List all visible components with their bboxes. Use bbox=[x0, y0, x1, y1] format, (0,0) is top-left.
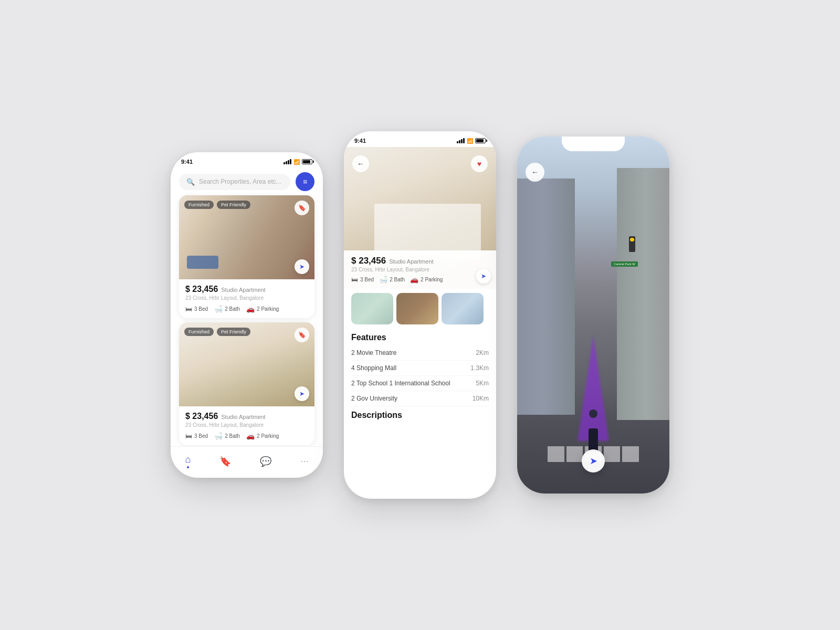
bed-label-2: 3 Bed bbox=[194, 433, 208, 439]
chat-nav-icon: 💬 bbox=[260, 456, 271, 467]
bookmark-nav-icon: 🔖 bbox=[219, 456, 231, 467]
detail-bed-label: 3 Bed bbox=[360, 277, 374, 282]
feature-dist-0: 2Km bbox=[476, 349, 489, 356]
street-background: Central Park W bbox=[517, 136, 669, 494]
navigate-icon-2: ➤ bbox=[299, 390, 304, 397]
bottom-nav: ⌂ 🔖 💬 ··· bbox=[171, 446, 323, 478]
feature-name-1: 4 Shopping Mall bbox=[351, 364, 396, 372]
detail-price-row: $ 23,456 Studio Apartment 23 Cross, Hrbr… bbox=[351, 256, 489, 272]
detail-amenity-bath: 🛁 2 Bath bbox=[379, 276, 405, 284]
thumb-1[interactable] bbox=[351, 293, 393, 324]
feature-name-0: 2 Movie Theatre bbox=[351, 349, 397, 356]
thumb-2[interactable] bbox=[396, 293, 438, 324]
detail-navigate-icon: ➤ bbox=[481, 272, 486, 280]
detail-car-icon: 🚗 bbox=[410, 276, 418, 284]
crosswalk-line bbox=[548, 446, 564, 462]
wifi-icon-2: 📶 bbox=[467, 138, 473, 144]
detail-amenity-bed: 🛏 3 Bed bbox=[351, 276, 374, 284]
person-silhouette bbox=[583, 410, 604, 452]
wifi-icon-1: 📶 bbox=[293, 159, 300, 165]
feature-item-0: 2 Movie Theatre 2Km bbox=[351, 345, 489, 361]
feature-dist-3: 10Km bbox=[472, 395, 489, 402]
card-tags-2: Furnished Pet Friendly bbox=[184, 328, 250, 336]
home-nav-icon: ⌂ bbox=[185, 454, 191, 465]
property-card-1[interactable]: Furnished Pet Friendly 🔖 ➤ $ 23,456 Stud… bbox=[179, 195, 314, 318]
navigate-icon-1: ➤ bbox=[299, 263, 304, 270]
filter-icon: ≡ bbox=[303, 177, 307, 186]
price-amount-2: $ 23,456 bbox=[185, 412, 218, 421]
building-left bbox=[517, 178, 575, 415]
nav-item-more[interactable]: ··· bbox=[300, 456, 308, 467]
card-image-1: Furnished Pet Friendly 🔖 ➤ bbox=[179, 195, 314, 279]
battery-icon-2 bbox=[475, 138, 486, 143]
detail-bath-icon: 🛁 bbox=[379, 276, 387, 284]
bath-icon-2: 🛁 bbox=[214, 432, 223, 440]
card-info-1: $ 23,456 Studio Apartment 23 Cross, Hrbr… bbox=[179, 279, 314, 318]
card-price-1: $ 23,456 Studio Apartment bbox=[185, 285, 308, 294]
amenity-bed-1: 🛏 3 Bed bbox=[185, 305, 208, 313]
nav-item-bookmark[interactable]: 🔖 bbox=[219, 456, 231, 467]
bookmark-icon-1: 🔖 bbox=[298, 204, 306, 212]
feature-item-1: 4 Shopping Mall 1.3Km bbox=[351, 361, 489, 376]
thumb-3[interactable] bbox=[442, 293, 484, 324]
feature-item-2: 2 Top School 1 International School 5Km bbox=[351, 376, 489, 391]
card-address-2: 23 Cross, Hrbr Layout, Bangalore bbox=[185, 422, 308, 428]
bookmark-button-2[interactable]: 🔖 bbox=[295, 328, 309, 342]
feature-dist-2: 5Km bbox=[476, 380, 489, 387]
phone-3: Central Park W bbox=[517, 136, 669, 494]
thumb-image-2 bbox=[396, 293, 438, 324]
search-icon: 🔍 bbox=[186, 178, 195, 186]
detail-navigate-btn[interactable]: ➤ bbox=[476, 269, 491, 284]
bookmark-icon-2: 🔖 bbox=[298, 331, 306, 339]
filter-button[interactable]: ≡ bbox=[296, 172, 314, 191]
bookmark-button-1[interactable]: 🔖 bbox=[295, 201, 309, 215]
card-info-2: $ 23,456 Studio Apartment 23 Cross, Hrbr… bbox=[179, 406, 314, 445]
battery-icon-1 bbox=[302, 159, 312, 164]
tag-pet-1: Pet Friendly bbox=[217, 201, 250, 209]
person-head bbox=[589, 410, 597, 418]
nav-item-home[interactable]: ⌂ bbox=[185, 454, 191, 468]
descriptions-title: Descriptions bbox=[344, 406, 496, 423]
ar-navigate-button[interactable]: ➤ bbox=[582, 449, 605, 472]
search-input-wrap[interactable]: 🔍 Search Properties, Area etc... bbox=[179, 174, 290, 190]
feature-name-3: 2 Gov University bbox=[351, 395, 397, 402]
price-type-2: Studio Apartment bbox=[221, 414, 265, 420]
navigate-button-2[interactable]: ➤ bbox=[295, 386, 309, 401]
tag-pet-2: Pet Friendly bbox=[217, 328, 250, 336]
ar-back-button[interactable]: ← bbox=[526, 163, 544, 182]
feature-name-2: 2 Top School 1 International School bbox=[351, 380, 450, 387]
detail-price-overlay: $ 23,456 Studio Apartment 23 Cross, Hrbr… bbox=[344, 250, 496, 289]
price-amount-1: $ 23,456 bbox=[185, 285, 218, 294]
property-card-2[interactable]: Furnished Pet Friendly 🔖 ➤ $ 23,456 Stud… bbox=[179, 322, 314, 445]
detail-bath-label: 2 Bath bbox=[390, 277, 405, 282]
bed-icon-2: 🛏 bbox=[185, 432, 192, 440]
card-amenities-1: 🛏 3 Bed 🛁 2 Bath 🚗 2 Parking bbox=[185, 305, 308, 313]
amenity-bed-2: 🛏 3 Bed bbox=[185, 432, 208, 440]
back-icon: ← bbox=[357, 160, 364, 168]
notch-3 bbox=[562, 136, 625, 151]
bed-icon-1: 🛏 bbox=[185, 305, 192, 313]
navigate-button-1[interactable]: ➤ bbox=[295, 259, 309, 274]
car-icon-2: 🚗 bbox=[246, 432, 255, 440]
amenity-bath-1: 🛁 2 Bath bbox=[214, 305, 240, 313]
detail-amenity-parking: 🚗 2 Parking bbox=[410, 276, 443, 284]
tag-furnished-2: Furnished bbox=[184, 328, 214, 336]
signal-icon-2 bbox=[457, 138, 465, 143]
back-button[interactable]: ← bbox=[352, 155, 369, 172]
heart-button[interactable]: ♥ bbox=[471, 155, 488, 172]
card-amenities-2: 🛏 3 Bed 🛁 2 Bath 🚗 2 Parking bbox=[185, 432, 308, 440]
nav-item-chat[interactable]: 💬 bbox=[260, 456, 271, 467]
bath-label-1: 2 Bath bbox=[225, 306, 240, 312]
tag-furnished-1: Furnished bbox=[184, 201, 214, 209]
bath-icon-1: 🛁 bbox=[214, 305, 223, 313]
building-right bbox=[617, 168, 669, 420]
card-image-2: Furnished Pet Friendly 🔖 ➤ bbox=[179, 322, 314, 406]
amenity-parking-2: 🚗 2 Parking bbox=[246, 432, 279, 440]
detail-price-amount: $ 23,456 bbox=[351, 256, 386, 266]
ar-navigate-icon: ➤ bbox=[590, 455, 597, 467]
feature-dist-1: 1.3Km bbox=[470, 364, 489, 372]
person-body bbox=[589, 428, 598, 452]
crosswalk-line bbox=[566, 446, 583, 462]
feature-list: 2 Movie Theatre 2Km 4 Shopping Mall 1.3K… bbox=[344, 345, 496, 406]
parking-label-2: 2 Parking bbox=[257, 433, 279, 439]
